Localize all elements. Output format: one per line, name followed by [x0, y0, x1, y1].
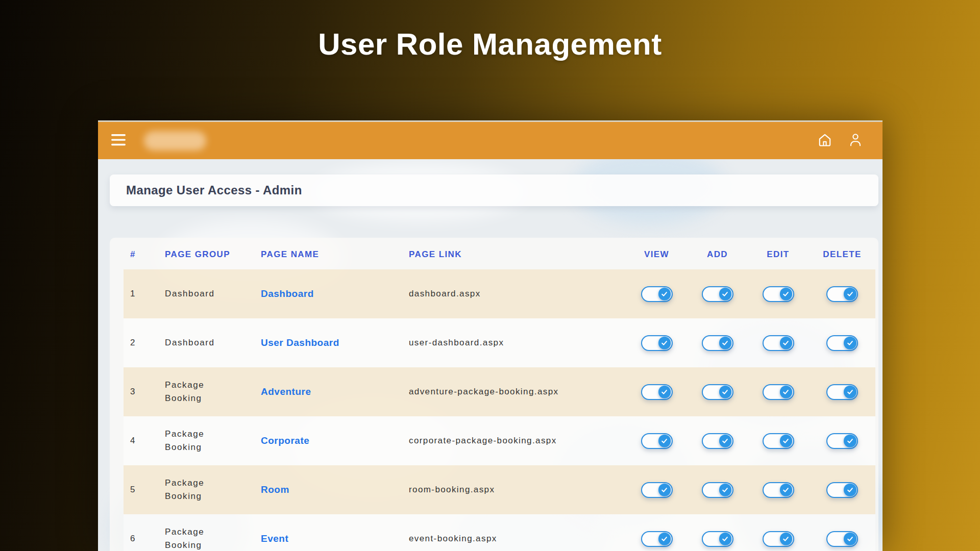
- section-heading: Manage User Access - Admin: [126, 183, 302, 197]
- toggle-edit-row-6[interactable]: [763, 531, 794, 547]
- user-button[interactable]: [847, 132, 864, 149]
- toggle-add-row-6[interactable]: [702, 531, 733, 547]
- hamburger-menu-icon: [111, 134, 126, 147]
- row-index: 6: [124, 532, 165, 545]
- col-header-add: ADD: [687, 249, 748, 260]
- section-heading-bar: Manage User Access - Admin: [110, 174, 878, 206]
- col-header-delete: DELETE: [808, 249, 876, 260]
- permissions-table-panel: # PAGE GROUP PAGE NAME PAGE LINK VIEW AD…: [110, 238, 878, 551]
- table-rows: 1 Dashboard Dashboard dashboard.aspx: [124, 269, 875, 551]
- toggle-knob-check-icon: [719, 386, 732, 398]
- toggle-delete-row-6[interactable]: [826, 531, 858, 547]
- page-link-cell: dashboard.aspx: [409, 287, 626, 300]
- toggle-knob-check-icon: [844, 484, 856, 496]
- toggle-knob-check-icon: [658, 288, 671, 300]
- page-group-cell: Package Booking: [165, 525, 261, 551]
- page-name-link[interactable]: User Dashboard: [261, 335, 409, 350]
- page-link-cell: user-dashboard.aspx: [409, 336, 626, 349]
- toggle-knob-check-icon: [844, 435, 856, 447]
- page-group-cell: Dashboard: [165, 287, 261, 300]
- page-content: Manage User Access - Admin # PAGE GROUP …: [98, 159, 883, 551]
- table-row: 2 Dashboard User Dashboard user-dashboar…: [124, 318, 875, 367]
- table-row: 4 Package Booking Corporate corporate-pa…: [124, 416, 875, 465]
- toggle-view-row-2[interactable]: [641, 335, 673, 351]
- table-row: 6 Package Booking Event event-booking.as…: [124, 514, 875, 551]
- toggle-knob-check-icon: [780, 533, 793, 545]
- page-group-cell: Dashboard: [165, 336, 261, 349]
- toggle-knob-check-icon: [719, 337, 732, 349]
- toggle-knob-check-icon: [719, 484, 732, 496]
- toggle-knob-check-icon: [658, 533, 671, 545]
- table-row: 3 Package Booking Adventure adventure-pa…: [124, 367, 875, 416]
- toggle-knob-check-icon: [719, 435, 732, 447]
- toggle-add-row-1[interactable]: [702, 286, 733, 302]
- col-header-page-link: PAGE LINK: [409, 249, 626, 260]
- table-header-row: # PAGE GROUP PAGE NAME PAGE LINK VIEW AD…: [124, 240, 875, 269]
- page-group-cell: Package Booking: [165, 428, 261, 455]
- page-name-link[interactable]: Room: [261, 482, 409, 497]
- row-index: 3: [124, 385, 165, 398]
- user-icon: [848, 132, 863, 149]
- permissions-table: # PAGE GROUP PAGE NAME PAGE LINK VIEW AD…: [124, 240, 875, 551]
- table-row: 1 Dashboard Dashboard dashboard.aspx: [124, 269, 875, 318]
- toggle-view-row-3[interactable]: [641, 384, 673, 400]
- toggle-edit-row-2[interactable]: [763, 335, 794, 351]
- toggle-edit-row-4[interactable]: [763, 433, 794, 449]
- blurred-logo: [144, 131, 206, 151]
- home-button[interactable]: [816, 132, 834, 149]
- toggle-knob-check-icon: [844, 337, 856, 349]
- toggle-knob-check-icon: [780, 435, 793, 447]
- page-link-cell: adventure-package-booking.aspx: [409, 385, 626, 398]
- toggle-view-row-6[interactable]: [641, 531, 673, 547]
- row-index: 4: [124, 434, 165, 447]
- toggle-add-row-2[interactable]: [702, 335, 733, 351]
- page-title: User Role Management: [0, 27, 980, 62]
- row-index: 1: [124, 287, 165, 300]
- page-link-cell: event-booking.aspx: [409, 532, 626, 545]
- page-link-cell: corporate-package-booking.aspx: [409, 434, 626, 447]
- toggle-knob-check-icon: [658, 386, 671, 398]
- navbar-actions: [816, 132, 864, 149]
- table-row: 5 Package Booking Room room-booking.aspx: [124, 465, 875, 514]
- menu-button[interactable]: [108, 131, 129, 151]
- toggle-add-row-5[interactable]: [702, 482, 733, 498]
- page-name-link[interactable]: Event: [261, 531, 409, 546]
- col-header-view: VIEW: [626, 249, 687, 260]
- col-header-page-group: PAGE GROUP: [165, 249, 261, 260]
- toggle-view-row-1[interactable]: [641, 286, 673, 302]
- row-index: 2: [124, 336, 165, 349]
- toggle-add-row-3[interactable]: [702, 384, 733, 400]
- toggle-knob-check-icon: [780, 288, 793, 300]
- toggle-delete-row-3[interactable]: [826, 384, 858, 400]
- toggle-delete-row-5[interactable]: [826, 482, 858, 498]
- col-header-page-name: PAGE NAME: [261, 249, 409, 260]
- toggle-add-row-4[interactable]: [702, 433, 733, 449]
- toggle-edit-row-3[interactable]: [763, 384, 794, 400]
- page-group-cell: Package Booking: [165, 379, 261, 406]
- top-navbar: [98, 122, 883, 159]
- toggle-view-row-5[interactable]: [641, 482, 673, 498]
- toggle-knob-check-icon: [844, 533, 856, 545]
- toggle-knob-check-icon: [658, 435, 671, 447]
- page-name-link[interactable]: Dashboard: [261, 286, 409, 301]
- toggle-delete-row-2[interactable]: [826, 335, 858, 351]
- col-header-edit: EDIT: [748, 249, 808, 260]
- toggle-knob-check-icon: [844, 386, 856, 398]
- toggle-knob-check-icon: [719, 288, 732, 300]
- toggle-knob-check-icon: [658, 484, 671, 496]
- page-name-link[interactable]: Adventure: [261, 384, 409, 399]
- toggle-knob-check-icon: [780, 337, 793, 349]
- page-link-cell: room-booking.aspx: [409, 483, 626, 496]
- col-header-index: #: [124, 249, 165, 260]
- page-name-link[interactable]: Corporate: [261, 433, 409, 448]
- toggle-knob-check-icon: [844, 288, 856, 300]
- toggle-delete-row-1[interactable]: [826, 286, 858, 302]
- toggle-view-row-4[interactable]: [641, 433, 673, 449]
- toggle-delete-row-4[interactable]: [826, 433, 858, 449]
- home-icon: [817, 132, 832, 149]
- page-group-cell: Package Booking: [165, 477, 261, 504]
- toggle-edit-row-5[interactable]: [763, 482, 794, 498]
- toggle-edit-row-1[interactable]: [763, 286, 794, 302]
- toggle-knob-check-icon: [719, 533, 732, 545]
- toggle-knob-check-icon: [780, 386, 793, 398]
